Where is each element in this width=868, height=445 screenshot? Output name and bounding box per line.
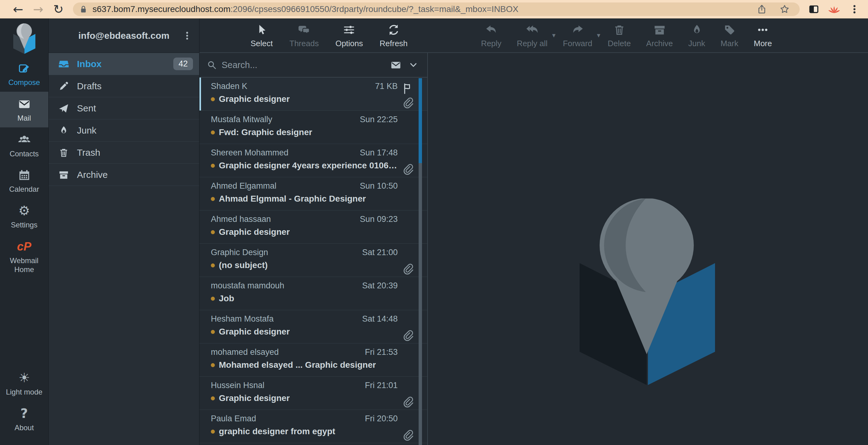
browser-menu-icon[interactable] [849, 4, 860, 15]
folder-item-inbox[interactable]: Inbox42 [49, 53, 199, 75]
toolbar-button-label: More [754, 39, 772, 48]
message-date: Sat 21:00 [362, 248, 398, 257]
message-date: Sun 10:50 [360, 181, 398, 191]
folder-item-trash[interactable]: Trash [49, 141, 199, 164]
account-email: info@ebdeasoft.com [79, 30, 169, 41]
delete-button[interactable]: Delete [601, 23, 637, 48]
message-subject: Fwd: Graphic designer [219, 127, 312, 137]
message-row[interactable]: mohamed elsayedFri 21:53Mohamed elsayed … [199, 344, 427, 377]
toolbar-button-label: Archive [646, 39, 673, 48]
sidebar-item-contacts[interactable]: Contacts [0, 127, 48, 163]
message-subject: Graphic designer [219, 227, 290, 237]
unread-dot-icon [211, 297, 215, 301]
message-sender: Shaden K [211, 82, 247, 91]
message-date: Fri 20:50 [365, 414, 398, 423]
sidebar-item-label: Settings [11, 221, 37, 230]
sidebar-item-label: Compose [8, 78, 40, 87]
scrollbar-thumb[interactable] [418, 78, 422, 163]
mail-toolbar: SelectThreadsOptionsRefresh ReplyReply a… [199, 19, 868, 53]
trash-icon [59, 148, 69, 158]
message-date: Sat 14:48 [362, 314, 398, 324]
sidebar-item-settings[interactable]: ⚙Settings [0, 198, 48, 234]
dropdown-caret-icon[interactable]: ▾ [552, 32, 556, 39]
message-sender: mohamed elsayed [211, 347, 279, 357]
extension-icon[interactable] [829, 4, 840, 15]
folder-item-drafts[interactable]: Drafts [49, 75, 199, 97]
refresh-button[interactable]: Refresh [373, 23, 414, 48]
message-list: Shaden K71 KBGraphic designerMustafa Mit… [199, 77, 427, 445]
search-scope-icon[interactable] [390, 59, 401, 70]
message-row[interactable]: Mustafa MitwallySun 22:25Fwd: Graphic de… [199, 111, 427, 144]
trash-icon [613, 23, 625, 37]
lock-icon [79, 4, 88, 14]
bookmark-star-icon[interactable] [779, 4, 790, 14]
webmail-logo [7, 23, 41, 54]
search-icon [207, 60, 217, 70]
forward-icon [571, 23, 584, 37]
threads-icon [298, 23, 310, 37]
more-button[interactable]: More [748, 23, 778, 48]
paperclip-icon [402, 97, 414, 108]
folder-label: Archive [77, 169, 108, 180]
junk-button[interactable]: Junk [682, 23, 711, 48]
mark-button[interactable]: Mark [714, 23, 745, 48]
sidebar-item-label: Light mode [6, 388, 42, 397]
sidebar-item-calendar[interactable]: Calendar [0, 163, 48, 198]
folder-options-icon[interactable] [182, 30, 192, 41]
list-scrollbar[interactable] [418, 78, 422, 445]
browser-forward-button[interactable]: → [33, 3, 44, 15]
paperclip-icon [402, 329, 414, 341]
folder-item-junk[interactable]: Junk [49, 119, 199, 141]
forward-button[interactable]: Forward▾ [557, 23, 598, 48]
reply-all-button[interactable]: Reply all▾ [510, 23, 554, 48]
sidebar-item-mail[interactable]: Mail [0, 92, 48, 127]
side-panel-icon[interactable] [808, 4, 819, 15]
folder-item-sent[interactable]: Sent [49, 97, 199, 119]
message-subject: (no subject) [219, 260, 268, 270]
sidebar-item-compose[interactable]: Compose [0, 56, 48, 92]
message-row[interactable]: Shaden K71 KBGraphic designer [199, 77, 427, 111]
reply-button[interactable]: Reply [475, 23, 507, 48]
share-icon[interactable] [756, 4, 767, 14]
message-row[interactable]: Ahmed hassaanSun 09:23Graphic designer [199, 211, 427, 244]
message-row[interactable]: Graphic DesignSat 21:00(no subject) [199, 244, 427, 277]
unread-dot-icon [211, 164, 215, 168]
inbox-icon [59, 59, 69, 69]
message-row[interactable]: Hussein HsnalFri 21:01Graphic designer [199, 377, 427, 410]
sun-icon: ☀ [19, 371, 30, 385]
roundcube-watermark-logo [580, 198, 715, 387]
account-header: info@ebdeasoft.com [49, 19, 199, 53]
address-bar[interactable]: s637.bom7.mysecurecloudhost.com:2096/cps… [73, 2, 800, 16]
app-sidebar: ComposeMailContactsCalendar⚙SettingscPWe… [0, 19, 49, 445]
message-row[interactable]: Paula EmadFri 20:50graphic designer from… [199, 410, 427, 443]
message-row[interactable]: Hesham MostafaSat 14:48Graphic designer [199, 310, 427, 344]
browser-reload-button[interactable]: ↻ [53, 3, 64, 15]
message-date: Sun 22:25 [360, 115, 398, 124]
chevron-down-icon[interactable] [409, 60, 418, 69]
dropdown-caret-icon[interactable]: ▾ [597, 32, 600, 39]
message-row[interactable]: Ahmed ElgammalSun 10:50Ahmad Elgmmal - G… [199, 177, 427, 211]
select-button[interactable]: Select [244, 23, 279, 48]
options-button[interactable]: Options [329, 23, 369, 48]
gear-icon: ⚙ [19, 204, 30, 218]
toolbar-button-label: Refresh [379, 39, 407, 48]
search-input[interactable] [222, 60, 390, 70]
toolbar-button-label: Forward [563, 39, 592, 48]
reply-all-icon [526, 23, 538, 37]
sidebar-item-light-mode[interactable]: ☀Light mode [0, 365, 48, 401]
unread-dot-icon [211, 197, 215, 201]
unread-dot-icon [211, 230, 215, 234]
message-row[interactable]: moustafa mamdouhSat 20:39Job [199, 277, 427, 310]
message-subject: Graphic designer [219, 393, 290, 403]
folder-item-archive[interactable]: Archive [49, 164, 199, 186]
browser-back-button[interactable]: ← [13, 3, 23, 15]
toolbar-button-label: Options [336, 39, 363, 48]
toolbar-button-label: Reply [481, 39, 501, 48]
threads-button[interactable]: Threads [283, 23, 325, 48]
unread-dot-icon [211, 363, 215, 367]
sidebar-item-about[interactable]: ?About [0, 401, 48, 437]
message-date: Fri 21:01 [365, 381, 398, 390]
sidebar-item-webmail-home[interactable]: cPWebmail Home [0, 234, 48, 279]
archive-button[interactable]: Archive [640, 23, 679, 48]
message-row[interactable]: Shereen MohammedSun 17:48Graphic designe… [199, 144, 427, 177]
